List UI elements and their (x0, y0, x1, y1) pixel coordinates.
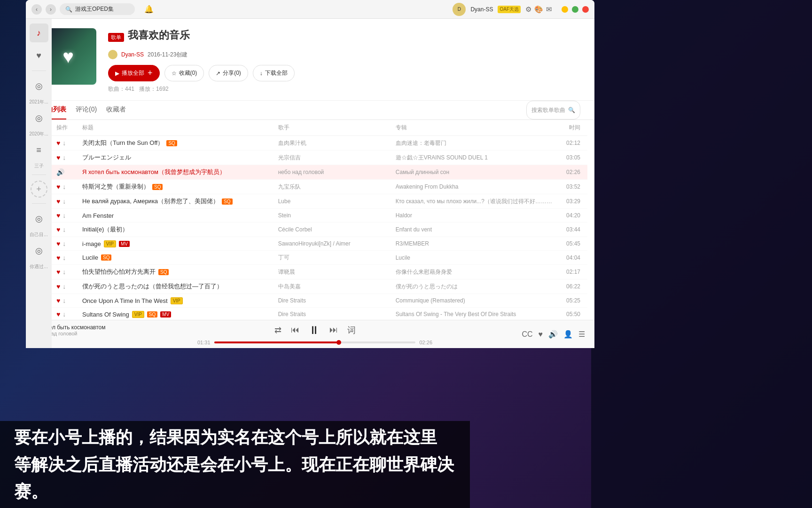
song-album[interactable]: Самый длинный сон (396, 169, 552, 175)
next-button[interactable]: ⏭ (329, 325, 338, 335)
table-row[interactable]: 05 ♥ ↓ Не валяй дурака, Америка（别养您了、美国佬… (33, 194, 587, 209)
song-album[interactable]: Enfant du vent (396, 226, 552, 233)
volume-icon[interactable]: 🔊 (548, 330, 558, 339)
heart-icon[interactable]: ♥ (56, 226, 60, 233)
song-download-icon[interactable]: ↓ (62, 226, 66, 233)
table-row[interactable]: 10 ♥ ↓ 怕失望怕伤心怕对方先离开 SQ 谭晓晨 你像什么来慰藉身身爱 02… (33, 265, 587, 279)
song-album[interactable]: Кто сказал, что мы плохо жили...?（谁说我们过得… (396, 198, 552, 206)
heart-icon[interactable]: ♥ (56, 198, 60, 205)
song-artist[interactable]: Stein (278, 212, 396, 219)
song-title[interactable]: ブルーエンジェル (82, 153, 131, 162)
song-album[interactable]: Awakening From Dukkha (396, 183, 552, 190)
table-row[interactable]: 08 ♥ ↓ i-mage VIPMV SawanoHiroyuki[nZk] … (33, 237, 587, 251)
song-download-icon[interactable]: ↓ (62, 212, 66, 219)
sidebar-item-playlist-2021[interactable]: ◎ (30, 77, 48, 95)
sidebar-item-playlist-ziji[interactable]: ◎ (30, 209, 48, 228)
nav-forward-button[interactable]: › (46, 4, 56, 15)
creator-name[interactable]: Dyan-SS (121, 51, 144, 58)
song-album[interactable]: R3/MEMBER (396, 240, 552, 247)
song-album[interactable]: Lucile (396, 254, 552, 261)
heart-icon[interactable]: ♥ (56, 183, 60, 190)
song-title[interactable]: Sultans Of Swing (82, 311, 129, 318)
prev-button[interactable]: ⏮ (291, 325, 299, 335)
skin-icon[interactable]: 🎨 (534, 5, 543, 14)
song-album[interactable]: 你像什么来慰藉身身爱 (396, 268, 552, 276)
tab-comments[interactable]: 评论(0) (76, 101, 97, 119)
like-icon[interactable]: ♥ (539, 330, 543, 339)
friends-icon[interactable]: 👤 (563, 330, 573, 339)
heart-icon[interactable]: ♥ (56, 297, 60, 304)
queue-icon[interactable]: ☰ (578, 330, 585, 339)
song-album[interactable]: 僕が死のうと思ったのは (396, 283, 552, 291)
song-download-icon[interactable]: ↓ (62, 240, 66, 247)
song-album[interactable]: 遊☆戯☆王VRAINS SOUND DUEL 1 (396, 154, 552, 162)
heart-icon[interactable]: ♥ (56, 254, 60, 262)
download-button[interactable]: ↓ 下载全部 (253, 65, 295, 81)
song-title[interactable]: Не валяй дурака, Америка（别养您了、美国佬） (82, 197, 219, 206)
progress-track[interactable] (214, 341, 416, 343)
table-row[interactable]: 13 ♥ ↓ Sultans Of Swing VIPSQMV Dire Str… (33, 308, 587, 320)
song-title[interactable]: Lucile (82, 254, 98, 261)
table-row[interactable]: 01 ♥ ↓ 关闭太阳（Turn the Sun Off） SQ 血肉果汁机 血… (33, 136, 587, 151)
song-artist[interactable]: Lube (278, 198, 396, 205)
notification-icon[interactable]: 🔔 (144, 5, 154, 14)
heart-icon[interactable]: ♥ (56, 310, 60, 318)
heart-icon[interactable]: ♥ (56, 139, 60, 147)
song-artist[interactable]: небо над головой (278, 169, 396, 175)
table-row[interactable]: 06 ♥ ↓ Am Fenster Stein Haldor 04:20 (33, 209, 587, 222)
sidebar-item-music[interactable]: ♪ (30, 24, 48, 42)
heart-icon[interactable]: ♥ (56, 154, 60, 161)
close-button[interactable] (582, 6, 589, 13)
sidebar-item-playlist-ni[interactable]: ◎ (30, 241, 48, 260)
shuffle-button[interactable]: ⇄ (274, 325, 281, 335)
song-artist[interactable]: Dire Straits (278, 297, 396, 304)
song-title[interactable]: 特斯河之赞（重新录制） (82, 183, 149, 191)
song-album[interactable]: 血肉迷途：老毒罂门 (396, 139, 552, 147)
collect-button[interactable]: ☆ 收藏(0) (164, 65, 204, 81)
song-artist[interactable]: 九宝乐队 (278, 183, 396, 191)
song-download-icon[interactable]: ↓ (62, 268, 66, 276)
heart-icon[interactable]: ♥ (56, 212, 60, 219)
song-download-icon[interactable]: ↓ (62, 183, 66, 190)
song-title[interactable]: 关闭太阳（Turn the Sun Off） (82, 139, 164, 147)
sidebar-add-button[interactable]: + (31, 181, 47, 198)
song-download-icon[interactable]: ↓ (62, 310, 66, 318)
song-title[interactable]: 怕失望怕伤心怕对方先离开 (82, 268, 156, 276)
pause-button[interactable]: ⏸ (309, 324, 320, 337)
play-all-button[interactable]: ▶ 播放全部 + (108, 65, 160, 81)
song-album[interactable]: Sultans Of Swing - The Very Best Of Dire… (396, 311, 552, 318)
song-artist[interactable]: 谭晓晨 (278, 268, 396, 276)
heart-icon[interactable]: ♥ (56, 240, 60, 247)
song-album[interactable]: Communique (Remastered) (396, 297, 552, 304)
table-row[interactable]: 03 🔊 Я хотел быть космонавтом（我曾梦想成为宇航员）… (33, 165, 587, 180)
song-artist[interactable]: Dire Straits (278, 311, 396, 318)
subtitle-toggle-icon[interactable]: CC (522, 330, 532, 339)
song-title[interactable]: i-mage (82, 240, 101, 247)
sidebar-item-favorites[interactable]: ♥ (30, 46, 48, 65)
lyrics-button[interactable]: 词 (347, 325, 356, 336)
song-title[interactable]: Am Fenster (82, 212, 114, 219)
table-row[interactable]: 02 ♥ ↓ ブルーエンジェル 光宗信吉 遊☆戯☆王VRAINS SOUND D… (33, 151, 587, 165)
mail-icon[interactable]: ✉ (546, 5, 552, 14)
share-button[interactable]: ↗ 分享(0) (209, 65, 248, 81)
table-row[interactable]: 11 ♥ ↓ 僕が死のうと思ったのは（曾经我也想过—了百了） 中岛美嘉 僕が死の… (33, 279, 587, 294)
nav-back-button[interactable]: ‹ (31, 4, 42, 15)
song-title[interactable]: Я хотел быть космонавтом（我曾梦想成为宇航员） (82, 168, 226, 176)
settings-icon[interactable]: ⚙ (525, 5, 531, 14)
song-title[interactable]: Initial(e)（最初） (82, 225, 128, 234)
song-download-icon[interactable]: ↓ (62, 254, 66, 262)
table-row[interactable]: 04 ♥ ↓ 特斯河之赞（重新录制） SQ 九宝乐队 Awakening Fro… (33, 180, 587, 194)
song-artist[interactable]: 血肉果汁机 (278, 139, 396, 147)
song-album[interactable]: Haldor (396, 212, 552, 219)
sidebar-item-playlist-2020[interactable]: ◎ (30, 109, 48, 127)
song-artist[interactable]: 中岛美嘉 (278, 283, 396, 291)
search-bar[interactable]: 🔍 游戏王OPED集 (60, 3, 135, 15)
heart-icon[interactable]: ♥ (56, 283, 60, 290)
song-artist[interactable]: 丁可 (278, 254, 396, 262)
song-download-icon[interactable]: ↓ (62, 139, 66, 147)
song-artist[interactable]: 光宗信吉 (278, 154, 396, 162)
table-row[interactable]: 12 ♥ ↓ Once Upon A Time In The West VIP … (33, 294, 587, 308)
song-download-icon[interactable]: ↓ (62, 283, 66, 290)
table-row[interactable]: 09 ♥ ↓ Lucile SQ 丁可 Lucile 04:04 (33, 251, 587, 265)
search-songs-input[interactable]: 搜索歌单歌曲 🔍 (526, 101, 580, 119)
